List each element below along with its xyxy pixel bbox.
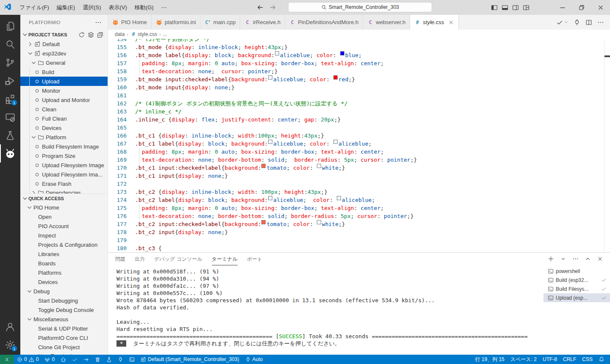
- menu-v[interactable]: 表示(V): [105, 0, 131, 15]
- status-pio-port[interactable]: Auto: [242, 355, 266, 364]
- color-swatch[interactable]: [333, 75, 338, 80]
- menu-f[interactable]: ファイル(F): [16, 0, 53, 15]
- window-close-button[interactable]: [591, 0, 610, 15]
- status-pio-monitor[interactable]: [115, 355, 126, 364]
- tree-item-pio-home[interactable]: PIO Home: [20, 203, 108, 212]
- close-icon[interactable]: [448, 19, 454, 25]
- tree-item-upload-filesystem-ima[interactable]: Upload Filesystem Ima...: [20, 170, 108, 179]
- status-encoding[interactable]: UTF-8: [540, 355, 560, 364]
- tab-pio-home[interactable]: PIO Home: [108, 15, 152, 30]
- section-project-tasks[interactable]: PROJECT TASKS: [20, 30, 108, 39]
- tree-item-projects-configuration[interactable]: Projects & Configuration: [20, 240, 108, 249]
- tree-item-new-terminal[interactable]: New Terminal: [20, 352, 108, 355]
- section-quick-access[interactable]: QUICK ACCESS: [20, 193, 108, 203]
- status-cursor-position[interactable]: 行 19、列 15: [472, 355, 507, 364]
- status-pio-env[interactable]: Default (Smart_Remote_Controller_303): [138, 355, 242, 364]
- tab-style-css[interactable]: #style.css: [410, 15, 459, 30]
- color-swatch[interactable]: [261, 220, 266, 224]
- breadcrumb-data[interactable]: data: [115, 31, 125, 37]
- status-pio-terminal[interactable]: [126, 355, 138, 364]
- color-swatch[interactable]: [317, 220, 321, 224]
- status-pio-test[interactable]: [103, 355, 115, 364]
- tree-item-build[interactable]: Build: [20, 67, 108, 77]
- terminal-instance-build-filesys[interactable]: Build Filesys...: [543, 284, 610, 293]
- panel-tab-tab[interactable]: ターミナル: [212, 253, 238, 265]
- tab-pindefinitionsandmore-h[interactable]: CPinDefinitionsAndMore.h: [285, 15, 363, 30]
- tree-item-boards[interactable]: Boards: [20, 259, 108, 268]
- color-swatch[interactable]: [333, 140, 338, 144]
- activitybar-explorer[interactable]: [0, 17, 20, 35]
- color-swatch[interactable]: [261, 164, 266, 168]
- code-editor[interactable]: 154/* (3)モード切換ボタン */ 155.bt_mode {displa…: [108, 39, 610, 252]
- activitybar-source-control[interactable]: [0, 53, 20, 72]
- terminal-instance-upload-esp[interactable]: Upload (esp...: [543, 293, 610, 302]
- tree-item-start-debugging[interactable]: Start Debugging: [20, 296, 108, 305]
- command-center-search[interactable]: Smart_Remote_Controller_303: [288, 2, 432, 12]
- panel-tab-tab[interactable]: デバッグ コンソール: [154, 253, 202, 265]
- sidebar-more-icon[interactable]: [95, 19, 102, 26]
- layout-grid-icon[interactable]: [523, 4, 530, 11]
- tree-item-platformio-core-cli[interactable]: PlatformIO Core CLI: [20, 333, 108, 342]
- window-restore-button[interactable]: [572, 0, 591, 15]
- activitybar-run-debug[interactable]: [0, 72, 20, 90]
- chev-up-icon[interactable]: [585, 256, 591, 262]
- pio-task-button[interactable]: [556, 19, 568, 26]
- more-actions-icon[interactable]: [597, 19, 604, 26]
- collapse-all-icon[interactable]: [97, 32, 103, 38]
- tree-item-clean[interactable]: Clean: [20, 105, 108, 114]
- menu-s[interactable]: 選択(S): [79, 0, 105, 15]
- activitybar-account[interactable]: [0, 317, 20, 336]
- tree-item-upload-filesystem-image[interactable]: Upload Filesystem Image: [20, 160, 108, 170]
- tree-item-default[interactable]: Default: [20, 39, 108, 49]
- tree-item-devices[interactable]: Devices: [20, 123, 108, 132]
- tree-item-full-clean[interactable]: Full Clean: [20, 114, 108, 123]
- menu-e[interactable]: 編集(E): [53, 0, 79, 15]
- tree-item-dependencies[interactable]: Dependencies: [20, 188, 108, 193]
- serial-monitor-icon[interactable]: [574, 19, 580, 26]
- menu-more[interactable]: ⋯: [158, 0, 171, 15]
- status-notifications[interactable]: [596, 355, 607, 364]
- status-remote-indicator[interactable]: [0, 355, 14, 364]
- tree-item-pio-account[interactable]: PIO Account: [20, 221, 108, 231]
- nav-back-icon[interactable]: [257, 4, 264, 11]
- color-swatch[interactable]: [317, 164, 321, 168]
- activitybar-remote-explorer[interactable]: [0, 108, 20, 126]
- tab-irreceive-h[interactable]: CirReceive.h: [240, 15, 285, 30]
- status-pio-build[interactable]: [69, 355, 80, 364]
- layout-left-icon[interactable]: [491, 4, 498, 11]
- layout-bottom-icon[interactable]: [502, 4, 508, 11]
- tree-item-general[interactable]: General: [20, 58, 108, 67]
- status-indentation[interactable]: スペース: 2: [507, 355, 540, 364]
- tab-platformio-ini[interactable]: platformio.ini: [152, 15, 201, 30]
- color-swatch[interactable]: [268, 196, 272, 200]
- close-icon[interactable]: [597, 256, 603, 262]
- tab-main-cpp[interactable]: C+main.cpp: [200, 15, 240, 30]
- tree-item-libraries[interactable]: Libraries: [20, 249, 108, 259]
- tree-item-program-size[interactable]: Program Size: [20, 151, 108, 160]
- tree-item-inspect[interactable]: Inspect: [20, 231, 108, 240]
- breadcrumb-style-css[interactable]: #style.css: [130, 31, 157, 37]
- tree-item-platform[interactable]: Platform: [20, 132, 108, 142]
- tree-item-monitor[interactable]: Monitor: [20, 86, 108, 95]
- tree-item-devices[interactable]: Devices: [20, 277, 108, 287]
- split-editor-icon[interactable]: [585, 19, 592, 26]
- status-eol[interactable]: CRLF: [560, 355, 579, 364]
- terminal-instance-build-esp32[interactable]: Build (esp32...: [543, 276, 610, 284]
- status-pio-clean[interactable]: [92, 355, 103, 364]
- tree-item-build-filesystem-image[interactable]: Build Filesystem Image: [20, 142, 108, 151]
- terminal-instance-powershell[interactable]: powershell: [543, 267, 610, 276]
- activitybar-platformio[interactable]: [0, 144, 20, 163]
- status-pio-home[interactable]: [58, 355, 69, 364]
- tree-item-esp32dev[interactable]: esp32dev: [20, 49, 108, 58]
- breadcrumb-more[interactable]: ...: [163, 31, 167, 37]
- layout-right-icon[interactable]: [512, 4, 519, 11]
- status-pio-upload[interactable]: [80, 355, 92, 364]
- plus-icon[interactable]: [548, 256, 554, 262]
- tree-item-upload-and-monitor[interactable]: Upload and Monitor: [20, 95, 108, 105]
- color-swatch[interactable]: [340, 51, 344, 55]
- status-problems[interactable]: 00: [14, 355, 42, 364]
- refresh-icon[interactable]: [78, 32, 85, 38]
- breadcrumb[interactable]: data›#style.css›...: [108, 30, 610, 39]
- color-swatch[interactable]: [268, 75, 272, 80]
- window-minimize-button[interactable]: [553, 0, 572, 15]
